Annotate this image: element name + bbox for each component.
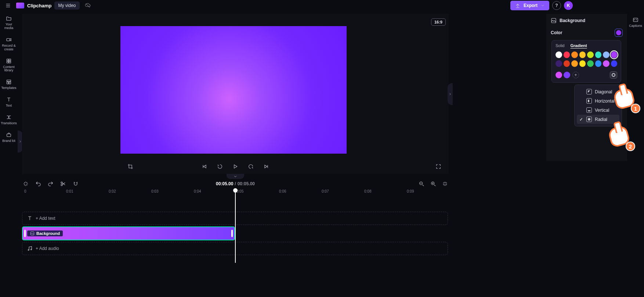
- zoom-in-button[interactable]: [430, 180, 437, 187]
- play-button[interactable]: [231, 162, 240, 171]
- playhead[interactable]: [235, 189, 236, 263]
- split-button[interactable]: [59, 180, 67, 187]
- color-swatch[interactable]: [595, 60, 602, 67]
- color-swatch[interactable]: [579, 60, 586, 67]
- color-swatch[interactable]: [611, 51, 618, 58]
- hamburger-icon: [5, 3, 11, 8]
- step-back-button[interactable]: [216, 162, 224, 171]
- step-forward-button[interactable]: [246, 162, 255, 171]
- timecode: 00:05.00 / 00:05.00: [216, 181, 255, 186]
- captions-button[interactable]: Captions: [629, 17, 642, 28]
- redo-arc-icon: [248, 164, 254, 169]
- color-swatch[interactable]: [603, 60, 609, 67]
- svg-rect-2: [9, 59, 11, 61]
- color-picker-button[interactable]: [615, 29, 623, 37]
- horizontal-icon: [586, 98, 592, 104]
- color-swatch[interactable]: [564, 60, 570, 67]
- chevron-right-icon: [448, 91, 452, 97]
- diagonal-icon: [586, 89, 592, 94]
- timeline-collapse-button[interactable]: [227, 174, 244, 179]
- minimize-icon: [442, 181, 448, 187]
- skip-end-button[interactable]: [262, 162, 271, 171]
- skip-start-button[interactable]: [200, 162, 209, 171]
- inspector-collapse-button[interactable]: [448, 83, 453, 105]
- rail-templates[interactable]: Templates: [1, 79, 17, 90]
- color-swatch[interactable]: [595, 51, 602, 58]
- brand-name: Clipchamp: [27, 3, 51, 8]
- rail-brand-kit[interactable]: Brand kit: [1, 132, 17, 143]
- svg-rect-7: [9, 82, 11, 84]
- rail-content-library[interactable]: Content library: [1, 58, 17, 73]
- gradient-shape-button[interactable]: [610, 71, 617, 79]
- zoom-out-icon: [419, 181, 424, 187]
- image-icon: [551, 18, 557, 24]
- skip-forward-icon: [263, 164, 269, 169]
- templates-icon: [6, 79, 12, 85]
- upload-icon: [515, 3, 521, 8]
- play-icon: [232, 164, 238, 169]
- rail-record-create[interactable]: Record & create: [1, 37, 17, 51]
- svg-rect-0: [7, 38, 10, 41]
- shape-option-radial[interactable]: ✓ Radial: [577, 115, 619, 124]
- color-swatch[interactable]: [564, 51, 570, 58]
- color-swatch[interactable]: [611, 60, 618, 67]
- menu-button[interactable]: [3, 0, 13, 11]
- avatar[interactable]: K: [564, 1, 573, 10]
- zoom-in-icon: [430, 181, 436, 187]
- preview-canvas[interactable]: [120, 26, 347, 154]
- cloud-sync-icon: [85, 3, 91, 8]
- svg-rect-13: [31, 232, 34, 235]
- magnet-button[interactable]: [72, 180, 79, 187]
- help-button[interactable]: ?: [552, 1, 561, 10]
- library-icon: [6, 58, 12, 64]
- color-swatch[interactable]: [556, 72, 562, 78]
- rail-your-media[interactable]: Your media: [1, 15, 17, 30]
- zoom-fit-button[interactable]: [441, 180, 449, 187]
- shape-option-diagonal[interactable]: Diagonal: [577, 87, 619, 96]
- rail-transitions[interactable]: Transitions: [1, 114, 17, 125]
- skip-back-icon: [202, 164, 207, 169]
- shape-option-horizontal[interactable]: Horizontal: [577, 96, 619, 105]
- aspect-ratio-button[interactable]: 16:9: [431, 18, 446, 26]
- briefcase-icon: [6, 132, 12, 138]
- brand-logo: [16, 3, 24, 8]
- color-swatch[interactable]: [571, 60, 578, 67]
- undo-button[interactable]: [35, 180, 42, 187]
- add-swatch-button[interactable]: +: [572, 72, 579, 78]
- crop-toggle-button[interactable]: [126, 162, 135, 171]
- color-swatch[interactable]: [587, 60, 594, 67]
- clip-handle-left[interactable]: [24, 230, 26, 237]
- svg-rect-3: [7, 61, 9, 63]
- zoom-out-button[interactable]: [418, 180, 425, 187]
- rail-text[interactable]: Text: [1, 97, 17, 108]
- color-swatch[interactable]: [579, 51, 586, 58]
- chevron-right-icon: [18, 139, 22, 144]
- fullscreen-icon: [435, 164, 441, 169]
- color-swatch[interactable]: [556, 60, 562, 67]
- svg-rect-4: [9, 61, 11, 63]
- clip-handle-right[interactable]: [231, 230, 233, 237]
- image-icon: [30, 231, 35, 236]
- tab-gradient[interactable]: Gradient: [570, 43, 587, 48]
- fullscreen-button[interactable]: [434, 162, 443, 171]
- project-title[interactable]: My video: [54, 1, 79, 10]
- tab-solid[interactable]: Solid: [556, 43, 564, 48]
- color-swatch[interactable]: [564, 72, 570, 78]
- color-popover: Solid Gradient +: [551, 40, 621, 83]
- sparkle-icon: [23, 181, 29, 187]
- shape-option-vertical[interactable]: Vertical: [577, 105, 619, 115]
- vertical-icon: [586, 107, 592, 113]
- export-button[interactable]: Export: [510, 1, 549, 10]
- text-icon: [6, 97, 12, 103]
- color-swatch[interactable]: [587, 51, 594, 58]
- color-label: Color: [551, 30, 562, 35]
- color-swatch[interactable]: [556, 51, 562, 58]
- scissors-icon: [60, 181, 66, 187]
- color-swatch[interactable]: [571, 51, 578, 58]
- color-swatch[interactable]: [603, 51, 609, 58]
- redo-button[interactable]: [47, 180, 54, 187]
- background-clip[interactable]: Background: [22, 226, 235, 240]
- svg-rect-8: [7, 134, 11, 136]
- camera-icon: [6, 37, 12, 43]
- auto-enhance-button[interactable]: [22, 180, 29, 187]
